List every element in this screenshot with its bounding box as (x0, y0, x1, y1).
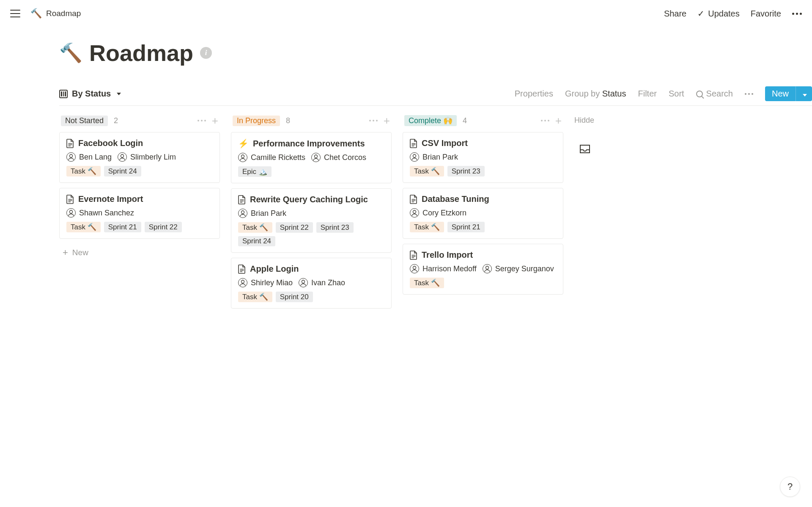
avatar (410, 208, 419, 218)
tag-sprint: Sprint 20 (276, 292, 313, 302)
avatar (410, 264, 419, 273)
add-card-button[interactable]: +New (59, 244, 220, 262)
tray-icon[interactable] (579, 144, 590, 154)
avatar (66, 208, 76, 218)
card-person: Brian Park (238, 209, 286, 218)
share-button[interactable]: Share (664, 9, 686, 19)
breadcrumb-title: Roadmap (46, 9, 81, 18)
avatar (483, 264, 492, 273)
filter-button[interactable]: Filter (638, 89, 656, 99)
card-person: Shirley Miao (238, 278, 293, 287)
board-card[interactable]: Database TuningCory EtzkornTask 🔨Sprint … (403, 188, 563, 239)
card-person: Chet Corcos (311, 153, 366, 162)
column-add-button[interactable]: + (555, 115, 562, 126)
tag-sprint: Sprint 23 (447, 166, 485, 176)
updates-button[interactable]: ✓ Updates (697, 8, 740, 19)
svg-point-32 (486, 266, 488, 269)
board-card[interactable]: Facebook LoginBen LangSlimberly LimTask … (59, 132, 220, 183)
tag-sprint: Sprint 24 (104, 166, 141, 176)
board-card[interactable]: Rewrite Query Caching LogicBrian ParkTas… (231, 188, 392, 253)
card-person: Ben Lang (66, 152, 112, 162)
person-name: Cory Etzkorn (422, 209, 466, 218)
card-person: Harrison Medoff (410, 264, 477, 273)
column-add-button[interactable]: + (212, 115, 218, 126)
person-name: Shawn Sanchez (79, 209, 134, 218)
column-title[interactable]: Complete 🙌 (404, 115, 457, 126)
svg-point-14 (241, 211, 244, 214)
group-by-button[interactable]: Group by Status (565, 89, 626, 99)
person-name: Camille Ricketts (251, 153, 305, 162)
board-card[interactable]: ⚡Performance ImprovementsCamille Rickett… (231, 132, 392, 183)
menu-icon[interactable] (10, 10, 20, 17)
person-name: Shirley Miao (251, 278, 293, 287)
tag-task: Task 🔨 (410, 278, 444, 288)
avatar (238, 278, 247, 287)
board-card[interactable]: Evernote ImportShawn SanchezTask 🔨Sprint… (59, 188, 220, 239)
column-count: 8 (286, 116, 290, 125)
column-more-icon[interactable] (198, 120, 206, 121)
card-person: Ivan Zhao (299, 278, 345, 287)
board-column: Not Started2+Facebook LoginBen LangSlimb… (59, 115, 220, 314)
card-title: Evernote Import (78, 194, 143, 204)
chevron-down-icon (803, 94, 807, 96)
avatar (66, 152, 76, 162)
tag-task: Task 🔨 (66, 166, 101, 176)
page-icon (238, 265, 246, 274)
svg-point-19 (302, 280, 305, 283)
avatar (311, 153, 321, 162)
avatar (238, 153, 247, 162)
more-menu-icon[interactable] (792, 13, 802, 15)
person-name: Harrison Medoff (422, 265, 477, 273)
column-add-button[interactable]: + (384, 115, 390, 126)
svg-point-3 (70, 154, 73, 157)
avatar (118, 152, 127, 162)
board-card[interactable]: Apple LoginShirley MiaoIvan ZhaoTask 🔨Sp… (231, 258, 392, 309)
sort-button[interactable]: Sort (669, 89, 684, 99)
page-hammer-icon: 🔨 (59, 42, 82, 64)
column-count: 4 (463, 116, 467, 125)
hidden-columns-label[interactable]: Hidde (574, 116, 608, 125)
card-person: Cory Etzkorn (410, 208, 466, 218)
page-title: Roadmap (89, 40, 193, 66)
tag-epic: Epic 🏔️ (238, 166, 272, 177)
tag-sprint: Sprint 23 (316, 222, 354, 233)
column-title[interactable]: In Progress (233, 116, 280, 126)
column-title[interactable]: Not Started (61, 116, 108, 126)
svg-point-4 (121, 154, 124, 157)
properties-button[interactable]: Properties (515, 89, 553, 99)
view-switcher[interactable]: By Status (59, 89, 121, 99)
new-button[interactable]: New (765, 86, 812, 101)
tag-task: Task 🔨 (410, 166, 444, 176)
board-card[interactable]: CSV ImportBrian ParkTask 🔨Sprint 23 (403, 132, 563, 183)
info-icon[interactable]: i (200, 47, 212, 59)
person-name: Ben Lang (79, 153, 112, 162)
favorite-button[interactable]: Favorite (751, 9, 781, 19)
search-button[interactable]: Search (696, 89, 733, 99)
card-person: Slimberly Lim (118, 152, 176, 162)
svg-point-18 (241, 280, 244, 283)
person-name: Ivan Zhao (311, 278, 345, 287)
card-title: Rewrite Query Caching Logic (250, 195, 368, 204)
breadcrumb[interactable]: 🔨 Roadmap (30, 8, 81, 19)
new-dropdown[interactable] (796, 86, 812, 101)
tag-sprint: Sprint 21 (447, 222, 485, 232)
avatar (238, 209, 247, 218)
tag-task: Task 🔨 (66, 222, 101, 232)
column-more-icon[interactable] (369, 120, 378, 121)
page-icon (238, 195, 246, 204)
column-more-icon[interactable] (541, 120, 549, 121)
card-person: Shawn Sanchez (66, 208, 134, 218)
person-name: Brian Park (422, 153, 458, 162)
card-title: Facebook Login (78, 138, 143, 148)
checkmark-icon: ✓ (697, 8, 705, 19)
plus-icon: + (63, 248, 68, 257)
svg-point-23 (413, 154, 416, 157)
card-person: Brian Park (410, 152, 458, 162)
page-icon (66, 139, 74, 148)
page-icon (66, 195, 74, 204)
person-name: Sergey Surganov (495, 265, 554, 273)
page-icon (410, 251, 417, 260)
toolbar-more-icon[interactable] (745, 93, 753, 95)
board-card[interactable]: Trello ImportHarrison MedoffSergey Surga… (403, 244, 563, 295)
column-header: Not Started2+ (59, 115, 220, 126)
